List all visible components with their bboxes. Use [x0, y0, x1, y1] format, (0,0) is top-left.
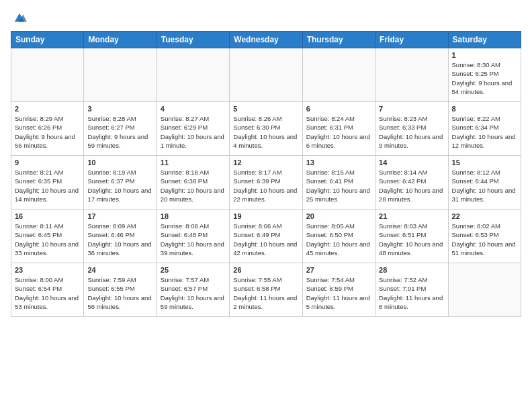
calendar-cell: 15Sunrise: 8:12 AM Sunset: 6:44 PM Dayli…	[448, 156, 521, 210]
calendar-cell: 1Sunrise: 8:30 AM Sunset: 6:25 PM Daylig…	[448, 48, 521, 102]
calendar-cell: 27Sunrise: 7:54 AM Sunset: 6:59 PM Dayli…	[302, 263, 375, 317]
day-info: Sunrise: 8:30 AM Sunset: 6:25 PM Dayligh…	[452, 60, 517, 96]
day-number: 17	[87, 212, 152, 220]
day-info: Sunrise: 8:09 AM Sunset: 6:46 PM Dayligh…	[87, 222, 152, 257]
calendar-cell: 16Sunrise: 8:11 AM Sunset: 6:45 PM Dayli…	[11, 210, 84, 263]
calendar-week-3: 16Sunrise: 8:11 AM Sunset: 6:45 PM Dayli…	[11, 210, 521, 263]
day-number: 19	[233, 212, 298, 220]
day-info: Sunrise: 8:17 AM Sunset: 6:39 PM Dayligh…	[233, 168, 298, 203]
calendar-week-4: 23Sunrise: 8:00 AM Sunset: 6:54 PM Dayli…	[11, 263, 521, 317]
calendar-header-saturday: Saturday	[448, 32, 521, 48]
calendar-cell	[84, 48, 157, 102]
calendar-week-0: 1Sunrise: 8:30 AM Sunset: 6:25 PM Daylig…	[11, 48, 521, 102]
day-info: Sunrise: 8:15 AM Sunset: 6:41 PM Dayligh…	[306, 168, 371, 203]
day-number: 16	[15, 212, 80, 220]
day-info: Sunrise: 8:05 AM Sunset: 6:50 PM Dayligh…	[306, 222, 371, 257]
calendar-cell: 26Sunrise: 7:55 AM Sunset: 6:58 PM Dayli…	[230, 263, 302, 317]
day-info: Sunrise: 7:57 AM Sunset: 6:57 PM Dayligh…	[161, 275, 226, 311]
calendar-cell: 22Sunrise: 8:02 AM Sunset: 6:53 PM Dayli…	[448, 210, 521, 263]
day-number: 2	[15, 105, 80, 113]
day-info: Sunrise: 8:02 AM Sunset: 6:53 PM Dayligh…	[452, 222, 517, 257]
day-info: Sunrise: 8:29 AM Sunset: 6:26 PM Dayligh…	[15, 114, 80, 150]
calendar-cell: 8Sunrise: 8:22 AM Sunset: 6:34 PM Daylig…	[448, 102, 521, 156]
day-info: Sunrise: 8:06 AM Sunset: 6:49 PM Dayligh…	[233, 222, 298, 257]
day-info: Sunrise: 8:18 AM Sunset: 6:38 PM Dayligh…	[161, 168, 226, 203]
calendar-header-sunday: Sunday	[11, 32, 84, 48]
day-number: 21	[379, 212, 444, 220]
calendar-cell: 25Sunrise: 7:57 AM Sunset: 6:57 PM Dayli…	[157, 263, 229, 317]
calendar-cell: 12Sunrise: 8:17 AM Sunset: 6:39 PM Dayli…	[230, 156, 302, 210]
day-number: 27	[306, 266, 371, 274]
calendar-cell: 20Sunrise: 8:05 AM Sunset: 6:50 PM Dayli…	[302, 210, 375, 263]
calendar-cell: 14Sunrise: 8:14 AM Sunset: 6:42 PM Dayli…	[375, 156, 448, 210]
day-info: Sunrise: 8:24 AM Sunset: 6:31 PM Dayligh…	[306, 114, 371, 150]
calendar-week-2: 9Sunrise: 8:21 AM Sunset: 6:35 PM Daylig…	[11, 156, 521, 210]
day-number: 20	[306, 212, 371, 220]
calendar-cell: 11Sunrise: 8:18 AM Sunset: 6:38 PM Dayli…	[157, 156, 229, 210]
day-info: Sunrise: 8:23 AM Sunset: 6:33 PM Dayligh…	[379, 114, 444, 150]
day-number: 10	[87, 158, 152, 167]
page-header	[11, 11, 521, 26]
day-number: 15	[452, 158, 517, 167]
calendar-table: SundayMondayTuesdayWednesdayThursdayFrid…	[11, 31, 521, 317]
day-info: Sunrise: 8:08 AM Sunset: 6:48 PM Dayligh…	[161, 222, 226, 257]
day-info: Sunrise: 8:21 AM Sunset: 6:35 PM Dayligh…	[15, 168, 80, 203]
day-info: Sunrise: 7:54 AM Sunset: 6:59 PM Dayligh…	[306, 275, 371, 311]
day-number: 18	[161, 212, 226, 220]
day-info: Sunrise: 7:59 AM Sunset: 6:55 PM Dayligh…	[87, 275, 152, 311]
day-info: Sunrise: 8:03 AM Sunset: 6:51 PM Dayligh…	[379, 222, 444, 257]
day-number: 3	[87, 105, 152, 113]
calendar-cell	[448, 263, 521, 317]
calendar-header-thursday: Thursday	[302, 32, 375, 48]
calendar-cell	[302, 48, 375, 102]
calendar-cell: 7Sunrise: 8:23 AM Sunset: 6:33 PM Daylig…	[375, 102, 448, 156]
calendar-cell: 18Sunrise: 8:08 AM Sunset: 6:48 PM Dayli…	[157, 210, 229, 263]
calendar-header-row: SundayMondayTuesdayWednesdayThursdayFrid…	[11, 32, 521, 48]
day-number: 26	[233, 266, 298, 274]
calendar-cell: 21Sunrise: 8:03 AM Sunset: 6:51 PM Dayli…	[375, 210, 448, 263]
day-info: Sunrise: 8:11 AM Sunset: 6:45 PM Dayligh…	[15, 222, 80, 257]
day-number: 4	[161, 105, 226, 113]
day-info: Sunrise: 8:00 AM Sunset: 6:54 PM Dayligh…	[15, 275, 80, 311]
calendar-cell: 28Sunrise: 7:52 AM Sunset: 7:01 PM Dayli…	[375, 263, 448, 317]
calendar-cell: 5Sunrise: 8:26 AM Sunset: 6:30 PM Daylig…	[230, 102, 302, 156]
calendar-cell: 10Sunrise: 8:19 AM Sunset: 6:37 PM Dayli…	[84, 156, 157, 210]
calendar-cell: 6Sunrise: 8:24 AM Sunset: 6:31 PM Daylig…	[302, 102, 375, 156]
calendar-cell	[375, 48, 448, 102]
day-info: Sunrise: 8:19 AM Sunset: 6:37 PM Dayligh…	[87, 168, 152, 203]
day-number: 28	[379, 266, 444, 274]
day-info: Sunrise: 7:55 AM Sunset: 6:58 PM Dayligh…	[233, 275, 298, 311]
calendar-cell: 17Sunrise: 8:09 AM Sunset: 6:46 PM Dayli…	[84, 210, 157, 263]
day-number: 13	[306, 158, 371, 167]
day-number: 11	[161, 158, 226, 167]
day-number: 5	[233, 105, 298, 113]
day-number: 1	[452, 51, 517, 59]
day-info: Sunrise: 8:14 AM Sunset: 6:42 PM Dayligh…	[379, 168, 444, 203]
day-number: 22	[452, 212, 517, 220]
day-number: 12	[233, 158, 298, 167]
calendar-cell: 13Sunrise: 8:15 AM Sunset: 6:41 PM Dayli…	[302, 156, 375, 210]
day-info: Sunrise: 8:27 AM Sunset: 6:29 PM Dayligh…	[161, 114, 226, 150]
calendar-cell: 2Sunrise: 8:29 AM Sunset: 6:26 PM Daylig…	[11, 102, 84, 156]
calendar-cell	[230, 48, 302, 102]
day-number: 9	[15, 158, 80, 167]
day-info: Sunrise: 8:22 AM Sunset: 6:34 PM Dayligh…	[452, 114, 517, 150]
day-info: Sunrise: 8:26 AM Sunset: 6:30 PM Dayligh…	[233, 114, 298, 150]
day-number: 6	[306, 105, 371, 113]
calendar-cell: 3Sunrise: 8:28 AM Sunset: 6:27 PM Daylig…	[84, 102, 157, 156]
day-number: 8	[452, 105, 517, 113]
day-number: 7	[379, 105, 444, 113]
calendar-cell: 9Sunrise: 8:21 AM Sunset: 6:35 PM Daylig…	[11, 156, 84, 210]
calendar-week-1: 2Sunrise: 8:29 AM Sunset: 6:26 PM Daylig…	[11, 102, 521, 156]
day-info: Sunrise: 7:52 AM Sunset: 7:01 PM Dayligh…	[379, 275, 444, 311]
calendar-cell: 24Sunrise: 7:59 AM Sunset: 6:55 PM Dayli…	[84, 263, 157, 317]
calendar-cell: 4Sunrise: 8:27 AM Sunset: 6:29 PM Daylig…	[157, 102, 229, 156]
day-number: 25	[161, 266, 226, 274]
calendar-header-friday: Friday	[375, 32, 448, 48]
calendar-header-wednesday: Wednesday	[230, 32, 302, 48]
day-info: Sunrise: 8:12 AM Sunset: 6:44 PM Dayligh…	[452, 168, 517, 203]
logo	[11, 11, 27, 26]
calendar-header-monday: Monday	[84, 32, 157, 48]
calendar-cell: 19Sunrise: 8:06 AM Sunset: 6:49 PM Dayli…	[230, 210, 302, 263]
calendar-cell	[11, 48, 84, 102]
